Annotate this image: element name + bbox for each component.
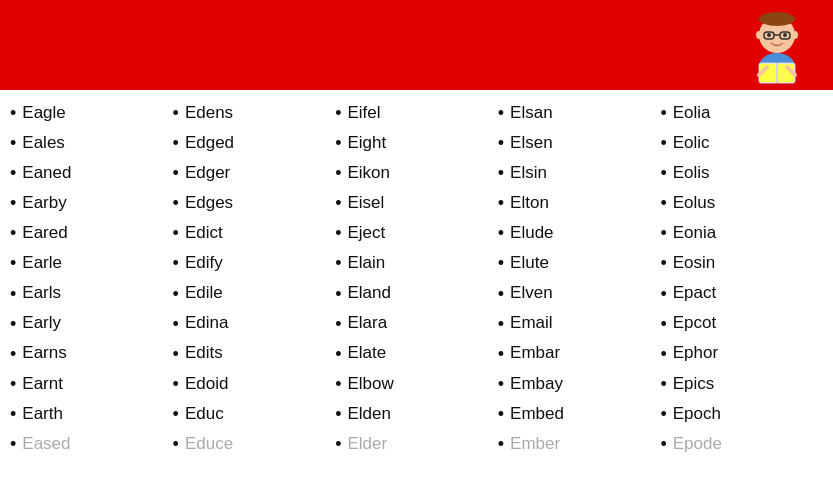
word-text: Earns xyxy=(22,341,66,366)
bullet-icon: • xyxy=(335,100,341,126)
list-item: •Earns xyxy=(10,339,173,369)
list-item: •Elton xyxy=(498,188,661,218)
bullet-icon: • xyxy=(498,100,504,126)
bullet-icon: • xyxy=(335,401,341,427)
word-text: Eagle xyxy=(22,101,65,126)
list-item: •Eosin xyxy=(660,248,823,278)
list-item: •Eolia xyxy=(660,98,823,128)
list-item: •Eolus xyxy=(660,188,823,218)
word-text: Epoch xyxy=(673,402,721,427)
list-item: •Edits xyxy=(173,339,336,369)
word-text: Eolia xyxy=(673,101,711,126)
word-text: Embed xyxy=(510,402,564,427)
list-item: •Elsen xyxy=(498,128,661,158)
bullet-icon: • xyxy=(10,341,16,367)
bullet-icon: • xyxy=(173,431,179,457)
word-text: Elden xyxy=(348,402,391,427)
word-text: Elara xyxy=(348,311,388,336)
bullet-icon: • xyxy=(660,281,666,307)
list-item: •Elute xyxy=(498,248,661,278)
bullet-icon: • xyxy=(335,190,341,216)
word-text: Email xyxy=(510,311,553,336)
svg-point-15 xyxy=(792,31,798,39)
bullet-icon: • xyxy=(10,250,16,276)
bullet-icon: • xyxy=(335,250,341,276)
word-text: Edina xyxy=(185,311,228,336)
bullet-icon: • xyxy=(660,311,666,337)
list-item: •Edify xyxy=(173,248,336,278)
list-item: •Edges xyxy=(173,188,336,218)
bullet-icon: • xyxy=(335,431,341,457)
word-text: Ember xyxy=(510,432,560,457)
bullet-icon: • xyxy=(10,281,16,307)
list-item: •Edile xyxy=(173,279,336,309)
word-text: Elain xyxy=(348,251,386,276)
word-text: Eolis xyxy=(673,161,710,186)
word-text: Eight xyxy=(348,131,387,156)
list-item: •Eagle xyxy=(10,98,173,128)
bullet-icon: • xyxy=(335,281,341,307)
bullet-icon: • xyxy=(335,311,341,337)
list-item: •Eales xyxy=(10,128,173,158)
bullet-icon: • xyxy=(173,190,179,216)
word-text: Epact xyxy=(673,281,716,306)
word-text: Earth xyxy=(22,402,63,427)
list-item: •Earls xyxy=(10,279,173,309)
bullet-icon: • xyxy=(660,220,666,246)
list-item: •Embar xyxy=(498,339,661,369)
bullet-icon: • xyxy=(498,250,504,276)
bullet-icon: • xyxy=(498,401,504,427)
word-text: Eales xyxy=(22,131,65,156)
word-text: Epics xyxy=(673,372,715,397)
word-text: Elude xyxy=(510,221,553,246)
bullet-icon: • xyxy=(10,371,16,397)
list-item: •Elden xyxy=(335,399,498,429)
list-item: •Eolis xyxy=(660,158,823,188)
list-item: •Edict xyxy=(173,218,336,248)
list-item: •Epact xyxy=(660,279,823,309)
word-text: Elute xyxy=(510,251,549,276)
word-text: Elton xyxy=(510,191,549,216)
list-item: •Early xyxy=(10,309,173,339)
bullet-icon: • xyxy=(173,341,179,367)
word-text: Elsen xyxy=(510,131,553,156)
word-text: Eolus xyxy=(673,191,716,216)
list-item: •Elate xyxy=(335,339,498,369)
bullet-icon: • xyxy=(173,220,179,246)
word-text: Elbow xyxy=(348,372,394,397)
list-item: •Earnt xyxy=(10,369,173,399)
bullet-icon: • xyxy=(10,190,16,216)
list-item: •Earth xyxy=(10,399,173,429)
word-text: Edens xyxy=(185,101,233,126)
word-text: Early xyxy=(22,311,61,336)
svg-point-14 xyxy=(756,31,762,39)
word-text: Edged xyxy=(185,131,234,156)
bullet-icon: • xyxy=(173,311,179,337)
list-item: •Eared xyxy=(10,218,173,248)
list-item: •Ember xyxy=(498,429,661,459)
list-item: •Eolic xyxy=(660,128,823,158)
list-item: •Earle xyxy=(10,248,173,278)
word-text: Elate xyxy=(348,341,387,366)
word-text: Ephor xyxy=(673,341,718,366)
list-item: •Epode xyxy=(660,429,823,459)
word-text: Eolic xyxy=(673,131,710,156)
list-item: •Eland xyxy=(335,279,498,309)
list-item: •Eased xyxy=(10,429,173,459)
word-text: Epode xyxy=(673,432,722,457)
bullet-icon: • xyxy=(660,100,666,126)
bullet-icon: • xyxy=(660,341,666,367)
bullet-icon: • xyxy=(660,130,666,156)
bullet-icon: • xyxy=(498,281,504,307)
list-item: •Educe xyxy=(173,429,336,459)
word-text: Edile xyxy=(185,281,223,306)
svg-point-6 xyxy=(767,33,771,37)
word-text: Edger xyxy=(185,161,230,186)
list-item: •Epoch xyxy=(660,399,823,429)
bullet-icon: • xyxy=(498,431,504,457)
column-3: •Elsan•Elsen•Elsin•Elton•Elude•Elute•Elv… xyxy=(498,98,661,500)
svg-point-2 xyxy=(759,12,795,26)
bullet-icon: • xyxy=(498,130,504,156)
bullet-icon: • xyxy=(335,160,341,186)
word-text: Eonia xyxy=(673,221,716,246)
